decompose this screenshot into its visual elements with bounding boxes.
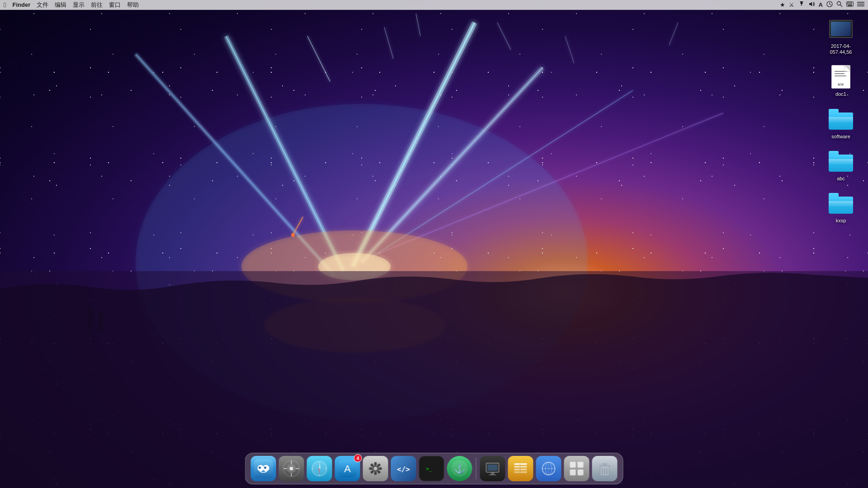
svg-rect-43 bbox=[851, 4, 852, 5]
svg-rect-74 bbox=[379, 468, 382, 469]
menubar-finder[interactable]: Finder bbox=[12, 1, 30, 8]
svg-rect-28 bbox=[98, 319, 103, 331]
dock-trash[interactable] bbox=[592, 456, 618, 481]
meteor-trails bbox=[0, 0, 868, 488]
menubar-go[interactable]: 前往 bbox=[91, 1, 103, 9]
font-icon[interactable]: A bbox=[819, 1, 823, 8]
dock-mirror[interactable] bbox=[480, 456, 505, 481]
svg-text:>_: >_ bbox=[426, 466, 433, 472]
svg-rect-36 bbox=[847, 2, 848, 3]
menubar-right: ★ ⚔ A bbox=[780, 1, 864, 9]
desktop-icon-kxsp[interactable]: kxsp bbox=[823, 188, 859, 226]
sword-icon[interactable]: ⚔ bbox=[789, 1, 794, 8]
svg-point-55 bbox=[290, 467, 293, 470]
desktop-icon-software[interactable]: software bbox=[823, 104, 859, 142]
doc1-label: doc1 bbox=[835, 91, 846, 97]
svg-line-7 bbox=[362, 68, 542, 262]
menubar-left:  Finder 文件 编辑 显示 前往 窗口 帮助 bbox=[4, 1, 139, 9]
svg-point-22 bbox=[318, 253, 391, 280]
svg-rect-41 bbox=[849, 4, 849, 5]
svg-point-25 bbox=[87, 310, 94, 319]
svg-line-2 bbox=[353, 23, 475, 267]
wallpaper-stars bbox=[0, 0, 868, 488]
svg-line-6 bbox=[136, 54, 335, 276]
menubar-window[interactable]: 窗口 bbox=[109, 1, 121, 9]
svg-rect-42 bbox=[850, 4, 851, 5]
dock-browser[interactable] bbox=[536, 456, 561, 481]
svg-line-16 bbox=[416, 14, 420, 36]
svg-point-71 bbox=[374, 467, 377, 470]
dock: A 4 bbox=[245, 453, 623, 484]
svg-rect-73 bbox=[377, 464, 380, 467]
svg-rect-100 bbox=[578, 469, 584, 475]
svg-rect-38 bbox=[850, 2, 851, 3]
svg-rect-72 bbox=[375, 463, 376, 465]
search-icon[interactable] bbox=[836, 1, 843, 9]
svg-line-12 bbox=[384, 27, 393, 59]
svg-rect-76 bbox=[375, 472, 376, 474]
svg-marker-29 bbox=[809, 2, 812, 6]
apple-menu[interactable]:  bbox=[4, 1, 6, 9]
svg-rect-39 bbox=[851, 2, 852, 3]
svg-line-5 bbox=[136, 54, 335, 276]
screenshot-label: 2017-04-057.44.56 bbox=[825, 43, 857, 55]
software-label: software bbox=[831, 134, 850, 140]
svg-rect-89 bbox=[514, 466, 527, 468]
menubar:  Finder 文件 编辑 显示 前往 窗口 帮助 ★ ⚔ bbox=[0, 0, 868, 10]
dock-tableplus[interactable] bbox=[508, 456, 533, 481]
svg-rect-86 bbox=[491, 473, 495, 474]
svg-point-0 bbox=[136, 104, 588, 420]
dock-finder[interactable] bbox=[251, 456, 276, 481]
clock-icon[interactable] bbox=[826, 1, 833, 9]
svg-line-1 bbox=[353, 23, 475, 267]
dock-xcode[interactable]: </> bbox=[391, 456, 416, 481]
desktop-icon-abc[interactable]: abc bbox=[823, 146, 859, 184]
dock-syspref[interactable] bbox=[363, 456, 388, 481]
dock-separator bbox=[476, 458, 476, 479]
kxsp-label: kxsp bbox=[836, 218, 846, 224]
svg-rect-98 bbox=[578, 462, 584, 468]
svg-line-11 bbox=[307, 36, 330, 81]
menu-icon[interactable] bbox=[857, 1, 864, 8]
menubar-edit[interactable]: 编辑 bbox=[55, 1, 66, 9]
svg-text:</>: </> bbox=[397, 465, 410, 474]
svg-rect-78 bbox=[370, 468, 372, 469]
wifi-icon[interactable] bbox=[798, 1, 805, 8]
star-icon[interactable]: ★ bbox=[780, 1, 785, 8]
svg-text:⚓: ⚓ bbox=[454, 463, 465, 474]
svg-point-17 bbox=[291, 233, 295, 237]
svg-point-23 bbox=[264, 298, 445, 352]
svg-rect-26 bbox=[88, 318, 93, 332]
svg-point-27 bbox=[98, 312, 104, 319]
svg-rect-79 bbox=[371, 464, 373, 467]
svg-rect-97 bbox=[570, 462, 576, 468]
svg-line-9 bbox=[371, 90, 633, 258]
keyboard-icon[interactable] bbox=[846, 1, 854, 8]
dock-launchpad[interactable] bbox=[279, 456, 304, 481]
svg-rect-44 bbox=[848, 5, 852, 6]
svg-rect-91 bbox=[514, 471, 527, 473]
svg-text:A: A bbox=[344, 463, 351, 474]
dock-gitkraken[interactable]: ⚓ bbox=[447, 456, 472, 481]
svg-line-4 bbox=[226, 36, 344, 271]
dock-appstore[interactable]: A 4 bbox=[335, 456, 360, 481]
dock-safari[interactable] bbox=[307, 456, 332, 481]
dock-expose[interactable] bbox=[564, 456, 590, 481]
svg-rect-88 bbox=[514, 463, 527, 465]
dock-terminal[interactable]: >_ bbox=[419, 456, 444, 481]
volume-icon[interactable] bbox=[809, 1, 815, 8]
svg-line-8 bbox=[362, 68, 542, 262]
svg-rect-90 bbox=[514, 469, 527, 470]
desktop-icons: 2017-04-057.44.56 RTF doc1 bbox=[823, 14, 859, 230]
desktop-icon-screenshot[interactable]: 2017-04-057.44.56 bbox=[823, 14, 859, 58]
abc-label: abc bbox=[837, 176, 845, 182]
svg-rect-77 bbox=[371, 471, 373, 474]
menubar-file[interactable]: 文件 bbox=[37, 1, 48, 9]
menubar-view[interactable]: 显示 bbox=[73, 1, 85, 9]
svg-line-14 bbox=[565, 36, 574, 63]
desktop:  Finder 文件 编辑 显示 前往 窗口 帮助 ★ ⚔ bbox=[0, 0, 868, 488]
menubar-help[interactable]: 帮助 bbox=[127, 1, 139, 9]
desktop-icon-doc1[interactable]: RTF doc1 bbox=[823, 61, 859, 100]
svg-line-18 bbox=[293, 217, 303, 235]
svg-line-10 bbox=[380, 113, 723, 253]
